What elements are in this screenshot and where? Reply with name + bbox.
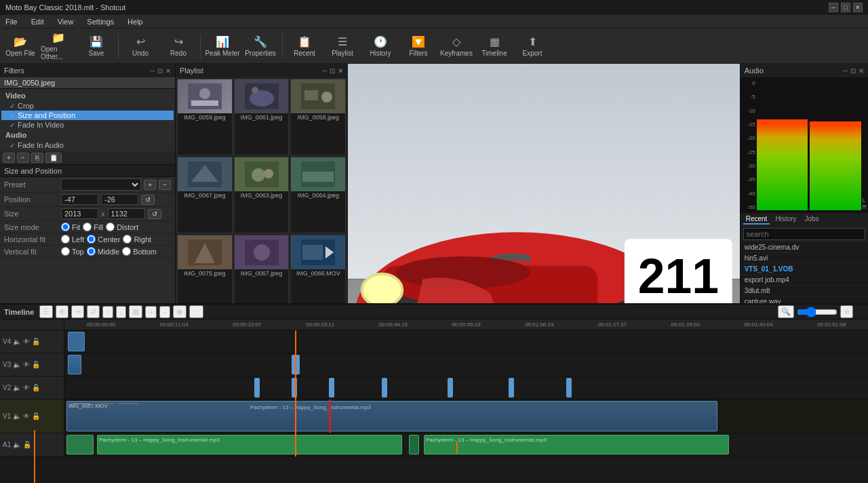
track-A1-lock[interactable]: 🔓 bbox=[23, 441, 31, 448]
paste-filter-button[interactable]: 📋 bbox=[45, 153, 62, 163]
v-fit-bottom-radio[interactable] bbox=[122, 247, 131, 256]
playlist-item-img0059[interactable]: IMG_0059.jpeg bbox=[177, 79, 233, 155]
properties-button[interactable]: 🔧 Properties bbox=[243, 31, 278, 62]
search-input[interactable] bbox=[743, 228, 865, 240]
filters-close-icon[interactable]: ✕ bbox=[165, 67, 171, 75]
track-V2-mute[interactable]: 🔈 bbox=[13, 384, 21, 391]
playlist-item-img0064[interactable]: IMG_0064.jpeg bbox=[290, 157, 346, 233]
tl-clip-A1-4[interactable]: Pachyderm - 13 – Happy_Song_Instrumental… bbox=[424, 435, 729, 455]
playlist-item-img0067b[interactable]: IMG_0067.jpeg bbox=[234, 235, 290, 311]
audio-float-icon[interactable]: ⊡ bbox=[850, 67, 856, 75]
position-x-input[interactable] bbox=[61, 194, 98, 205]
save-button[interactable]: 💾 Save bbox=[79, 31, 114, 62]
v-fit-top-radio[interactable] bbox=[61, 247, 70, 256]
track-V1-eye[interactable]: 👁 bbox=[23, 412, 30, 420]
track-V4-eye[interactable]: 👁 bbox=[23, 338, 30, 345]
open-other-button[interactable]: 📁 Open Other... bbox=[41, 31, 76, 62]
tl-replace-button[interactable]: ⇄ bbox=[87, 305, 100, 318]
preset-remove-button[interactable]: − bbox=[159, 180, 171, 190]
window-controls[interactable]: ─ □ ✕ bbox=[829, 3, 863, 12]
track-V3-mute[interactable]: 🔈 bbox=[13, 361, 21, 368]
tl-snap-button[interactable]: ⊕ bbox=[56, 305, 68, 318]
size-mode-fit-radio[interactable] bbox=[61, 223, 70, 231]
playlist-minimize-icon[interactable]: ─ bbox=[322, 67, 327, 75]
audio-minimize-icon[interactable]: ─ bbox=[843, 67, 848, 75]
export-button[interactable]: ⬆ Export bbox=[515, 31, 550, 62]
track-V3-lock[interactable]: 🔓 bbox=[32, 361, 40, 368]
peak-meter-button[interactable]: 📊 Peak Meter bbox=[205, 31, 240, 62]
tl-clip-A1-3[interactable] bbox=[409, 435, 419, 455]
tl-zoom-out-button[interactable]: 🔍 bbox=[778, 305, 794, 318]
tl-v2-bar1[interactable] bbox=[254, 378, 260, 398]
filter-fade-in-video[interactable]: ✓ Fade In Video bbox=[1, 120, 174, 130]
track-V1-lock[interactable]: 🔓 bbox=[32, 412, 40, 420]
tl-v2-bar4[interactable] bbox=[382, 378, 387, 398]
tl-clip-A1-1[interactable] bbox=[66, 435, 94, 455]
menu-view[interactable]: View bbox=[55, 17, 77, 26]
filters-minimize-icon[interactable]: ─ bbox=[150, 67, 155, 75]
audio-close-icon[interactable]: ✕ bbox=[859, 67, 864, 75]
h-fit-center-radio[interactable] bbox=[87, 235, 96, 244]
add-filter-button[interactable]: + bbox=[3, 153, 15, 163]
recent-item-export-job[interactable]: export job.mp4 bbox=[741, 275, 868, 286]
tl-v2-bar7[interactable] bbox=[566, 378, 572, 398]
tl-menu-button[interactable]: ☰ bbox=[39, 305, 53, 318]
size-mode-fill-radio[interactable] bbox=[83, 223, 92, 231]
keyframes-button[interactable]: ◇ Keyframes bbox=[439, 31, 474, 62]
playlist-item-img0067[interactable]: IMG_0067.jpeg bbox=[177, 157, 233, 233]
size-reset-button[interactable]: ↺ bbox=[148, 209, 161, 219]
filters-float-icon[interactable]: ⊡ bbox=[157, 67, 163, 75]
tl-v2-bar3[interactable] bbox=[329, 378, 334, 398]
playlist-float-icon[interactable]: ⊡ bbox=[330, 67, 335, 75]
track-A1-mute[interactable]: 🔈 bbox=[13, 441, 21, 448]
playlist-close-icon[interactable]: ✕ bbox=[338, 67, 343, 75]
tl-grid-button[interactable]: ▦ bbox=[129, 305, 142, 318]
undo-button[interactable]: ↩ Undo bbox=[123, 31, 158, 62]
minimize-button[interactable]: ─ bbox=[829, 3, 838, 12]
position-y-input[interactable] bbox=[101, 194, 138, 205]
track-V3-eye[interactable]: 👁 bbox=[23, 361, 30, 368]
tl-add-button[interactable]: + bbox=[145, 306, 156, 318]
playlist-item-img0058[interactable]: IMG_0058.jpeg bbox=[290, 79, 346, 155]
track-V2-eye[interactable]: 👁 bbox=[23, 384, 30, 391]
tl-scrub-button[interactable]: ◉ bbox=[173, 305, 186, 318]
menu-edit[interactable]: Edit bbox=[28, 17, 47, 26]
redo-button[interactable]: ↪ Redo bbox=[161, 31, 196, 62]
tl-close-button[interactable]: − bbox=[159, 306, 170, 318]
position-reset-button[interactable]: ↺ bbox=[141, 195, 155, 205]
timeline-button[interactable]: ▦ Timeline bbox=[477, 31, 512, 62]
tl-v2-bar5[interactable] bbox=[448, 378, 453, 398]
track-V4-mute[interactable]: 🔈 bbox=[13, 338, 21, 345]
filters-button[interactable]: 🔽 Filters bbox=[401, 31, 436, 62]
filter-crop[interactable]: ✓ Crop bbox=[1, 101, 174, 111]
playlist-button[interactable]: ☰ Playlist bbox=[325, 31, 360, 62]
tl-clip-V4-1[interactable] bbox=[68, 332, 85, 351]
size-mode-distort-radio[interactable] bbox=[106, 223, 115, 231]
recent-item-hin5[interactable]: hin5.avi bbox=[741, 253, 868, 264]
h-fit-left-radio[interactable] bbox=[61, 235, 70, 244]
tl-clip-V3-1[interactable] bbox=[68, 355, 81, 374]
copy-filter-button[interactable]: ⎘ bbox=[31, 153, 43, 163]
tl-zoom-slider[interactable] bbox=[797, 307, 837, 317]
history-tab[interactable]: History bbox=[772, 214, 799, 225]
menu-file[interactable]: File bbox=[3, 17, 20, 26]
preset-select[interactable] bbox=[61, 178, 141, 191]
tl-down-button[interactable]: ↓ bbox=[116, 306, 127, 318]
track-V4-lock[interactable]: 🔓 bbox=[32, 338, 40, 345]
remove-filter-button[interactable]: − bbox=[17, 153, 29, 163]
tl-more-button[interactable]: ⋯ bbox=[189, 305, 203, 318]
playlist-item-img0063[interactable]: IMG_0063.jpeg bbox=[234, 157, 290, 233]
h-fit-right-radio[interactable] bbox=[123, 235, 132, 244]
size-w-input[interactable] bbox=[61, 208, 98, 219]
filter-fade-in-audio[interactable]: ✓ Fade In Audio bbox=[1, 140, 174, 150]
tl-clip-V3-2[interactable] bbox=[292, 355, 300, 374]
open-file-button[interactable]: 📂 Open File bbox=[3, 31, 38, 62]
maximize-button[interactable]: □ bbox=[841, 3, 850, 12]
track-V1-mute[interactable]: 🔈 bbox=[13, 412, 21, 420]
tl-clip-V1-main[interactable]: IMG_0057.MOV Pachyderm - 13 – Happy_Song… bbox=[66, 401, 717, 431]
tl-ripple-button[interactable]: ⇥ bbox=[71, 305, 84, 318]
recent-tab[interactable]: Recent bbox=[743, 214, 770, 225]
tl-clip-A1-2[interactable]: Pachyderm - 13 – Happy_Song_Instrumental… bbox=[97, 435, 402, 455]
menu-help[interactable]: Help bbox=[125, 17, 146, 26]
jobs-tab[interactable]: Jobs bbox=[802, 214, 822, 225]
